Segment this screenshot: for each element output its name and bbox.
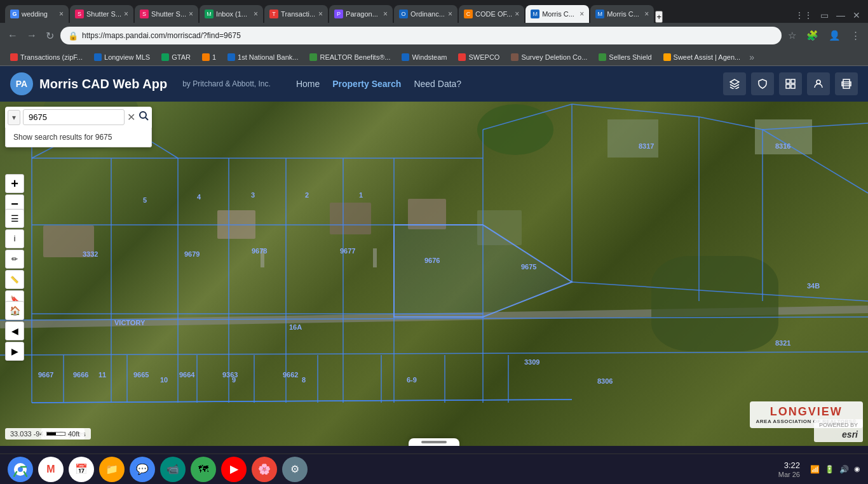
close-tab-icon[interactable]: × <box>254 10 258 18</box>
svg-rect-72 <box>791 84 795 88</box>
tab-morris2[interactable]: M Morris C... × <box>590 5 654 23</box>
taskbar-settings[interactable]: ⚙ <box>282 457 308 482</box>
bookmark-sweet-assist[interactable]: Sweet Assist | Agen... <box>658 52 746 62</box>
zoom-in-button[interactable]: + <box>5 174 24 193</box>
bookmark-national-bank[interactable]: 1st National Bank... <box>222 52 303 62</box>
measure-button[interactable]: 📏 <box>5 270 24 289</box>
tab-title: Ordinanc... <box>410 10 445 18</box>
user-button[interactable] <box>807 72 830 95</box>
bookmark-gtar[interactable]: GTAR <box>156 52 196 62</box>
forward-button[interactable]: → <box>24 27 39 44</box>
taskbar-files[interactable]: 📁 <box>99 457 125 482</box>
minimize-button[interactable]: — <box>834 8 848 23</box>
taskbar-calendar[interactable]: 📅 <box>69 457 94 482</box>
close-tab-icon[interactable]: × <box>448 10 452 18</box>
bookmark-label: Transactions (zipF... <box>20 53 83 61</box>
tab-paragon[interactable]: P Paragon... × <box>329 5 393 23</box>
esri-logo: POWERED BY esri <box>814 419 863 442</box>
taskbar-maps[interactable]: 🗺 <box>191 457 216 482</box>
back-button[interactable]: ← <box>5 27 20 44</box>
bookmark-windstream[interactable]: Windsteam <box>397 52 452 62</box>
bookmark-realtor[interactable]: REALTOR Benefits®... <box>304 52 395 62</box>
tab-ordinance[interactable]: O Ordinanc... × <box>394 5 458 23</box>
close-tab-icon[interactable]: × <box>59 10 64 18</box>
search-clear-button[interactable]: ✕ <box>127 111 135 123</box>
time-display: 3:22 <box>784 460 800 470</box>
scale-visual <box>46 432 65 436</box>
close-window-button[interactable]: ✕ <box>850 8 863 23</box>
extensions-button[interactable]: 🧩 <box>804 27 821 44</box>
tab-title: Inbox (1... <box>216 10 247 18</box>
address-bar[interactable]: 🔒 https://maps.pandai.com/morriscad/?fin… <box>60 27 782 44</box>
nav-property-search[interactable]: Property Search <box>332 79 401 89</box>
nav-home[interactable]: Home <box>296 79 320 89</box>
volume-icon: 🔊 <box>839 465 849 474</box>
search-dropdown-button[interactable]: ▾ <box>8 110 20 125</box>
list-view-button[interactable]: ☰ <box>5 209 24 228</box>
taskbar-youtube[interactable]: ▶ <box>221 457 247 482</box>
taskbar-messages[interactable]: 💬 <box>130 457 155 482</box>
restore-button[interactable]: ▭ <box>818 8 831 23</box>
bookmark-survey[interactable]: Survey Deletion Co... <box>506 52 592 62</box>
layers-button[interactable] <box>723 72 746 95</box>
bookmark-longview-mls[interactable]: Longview MLS <box>89 52 155 62</box>
close-tab-icon[interactable]: × <box>189 10 193 18</box>
profile-button[interactable]: 👤 <box>826 27 843 44</box>
tab-inbox[interactable]: M Inbox (1... × <box>200 5 263 23</box>
taskbar-meet[interactable]: 📹 <box>160 457 186 482</box>
svg-line-77 <box>146 118 148 120</box>
shield-button[interactable] <box>751 72 774 95</box>
bookmarks-more-button[interactable]: » <box>749 52 754 62</box>
svg-line-14 <box>483 104 572 130</box>
grid-button[interactable] <box>779 72 802 95</box>
bottom-handle[interactable] <box>409 438 459 446</box>
pan-left-button[interactable]: ◀ <box>5 321 24 340</box>
tab-shutter2[interactable]: S Shutter S... × <box>135 5 198 23</box>
close-tab-icon[interactable]: × <box>383 10 388 18</box>
print-button[interactable] <box>835 72 858 95</box>
close-tab-icon[interactable]: × <box>318 10 323 18</box>
tab-code[interactable]: C CODE OF... × <box>459 5 524 23</box>
svg-text:3332: 3332 <box>83 250 98 258</box>
reload-button[interactable]: ↻ <box>43 27 57 44</box>
settings-icon: ⚙ <box>290 463 299 475</box>
star-button[interactable]: ☆ <box>785 27 799 44</box>
bookmark-swepco[interactable]: SWEPCO <box>453 52 505 62</box>
tab-title: CODE OF... <box>475 10 512 18</box>
taskbar-photos[interactable]: 🌸 <box>252 457 277 482</box>
svg-text:16A: 16A <box>289 323 302 331</box>
nav-icons-right <box>723 72 858 95</box>
tab-search-button[interactable]: ⋮⋮ <box>792 8 815 23</box>
nav-need-data[interactable]: Need Data? <box>414 79 461 89</box>
tab-transactions[interactable]: T Transacti... × <box>264 5 328 23</box>
svg-text:9664: 9664 <box>179 371 195 379</box>
menu-button[interactable]: ⋮ <box>848 27 863 44</box>
close-tab-icon[interactable]: × <box>580 10 584 18</box>
bookmark-transactions[interactable]: Transactions (zipF... <box>5 52 88 62</box>
svg-line-20 <box>572 282 868 301</box>
taskbar-gmail[interactable]: M <box>38 457 64 482</box>
bookmark-favicon <box>458 53 466 61</box>
draw-button[interactable]: ✏ <box>5 250 24 269</box>
add-tab-button[interactable]: + <box>655 11 663 23</box>
tab-shutter1[interactable]: S Shutter S... × <box>70 5 133 23</box>
tab-morris-active[interactable]: M Morris C... × <box>526 5 589 23</box>
close-tab-icon[interactable]: × <box>644 10 649 18</box>
taskbar-chrome[interactable] <box>8 457 33 482</box>
bookmark-1[interactable]: 1 <box>197 52 221 62</box>
esri-brand-text: esri <box>842 429 858 440</box>
home-button[interactable]: 🏠 <box>5 301 24 320</box>
search-go-button[interactable] <box>138 110 149 124</box>
bookmark-sellers-shield[interactable]: Sellers Shield <box>593 52 656 62</box>
close-tab-icon[interactable]: × <box>515 10 519 18</box>
svg-text:6-9: 6-9 <box>407 376 417 384</box>
close-tab-icon[interactable]: × <box>124 10 128 18</box>
identify-button[interactable]: i <box>5 229 24 248</box>
tab-wedding[interactable]: G wedding × <box>5 5 69 23</box>
tab-title: Morris C... <box>542 10 574 18</box>
search-input[interactable] <box>23 109 125 125</box>
search-suggestion-item[interactable]: Show search results for 9675 <box>5 128 152 147</box>
pan-right-button[interactable]: ▶ <box>5 342 24 361</box>
app-title: Morris CAD Web App <box>39 77 167 91</box>
url-text: https://maps.pandai.com/morriscad/?find=… <box>82 31 774 40</box>
